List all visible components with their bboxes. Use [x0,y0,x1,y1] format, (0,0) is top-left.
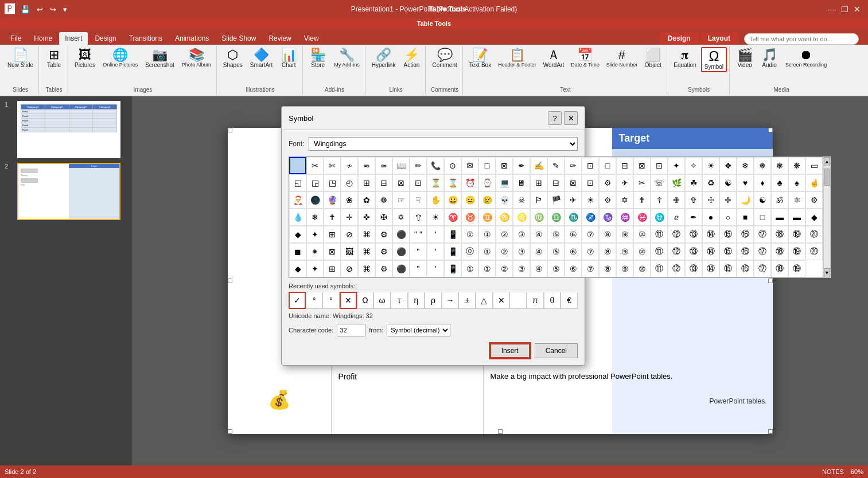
symbol-cell[interactable]: " " [410,226,427,243]
recent-cell-checkmark[interactable]: ✓ [289,292,306,309]
symbol-grid-scrollbar[interactable]: ▲ ▼ [823,156,831,278]
symbol-cell[interactable]: ✦ [306,226,324,243]
symbol-cell[interactable]: ◴ [341,174,358,191]
symbol-cell[interactable]: ✝ [324,209,341,226]
symbol-cell[interactable]: ✜ [358,209,375,226]
recent-cell-omega-up[interactable]: Ω [357,292,374,309]
symbol-cell[interactable]: ⑭ [702,260,719,277]
symbol-cell[interactable]: ℯ [668,209,685,226]
symbol-cell[interactable]: ✒ [685,209,702,226]
symbol-cell[interactable]: ⑱ [771,243,788,260]
symbol-cell[interactable]: ⊠ [496,157,513,174]
symbol-cell[interactable]: ♈ [444,209,461,226]
recent-cell-tau[interactable]: τ [391,292,408,309]
symbol-cell[interactable]: ✞ [685,191,702,209]
symbol-cell[interactable]: ♒ [616,209,633,226]
recent-cell-degree1[interactable]: ° [306,292,323,309]
symbol-cell[interactable]: ■ [737,209,754,226]
symbol-cell[interactable]: ⚫ [392,243,410,260]
symbol-cell[interactable]: ② [496,243,513,260]
symbol-cell[interactable]: ⑥ [565,226,582,243]
cancel-btn[interactable]: Cancel [535,343,578,358]
scroll-thumb[interactable] [824,169,830,186]
symbol-cell[interactable]: ④ [530,260,547,277]
symbol-cell[interactable]: 😢 [478,191,496,209]
symbol-cell[interactable]: ① [461,226,478,243]
symbol-cell[interactable]: 🏳 [530,191,547,209]
symbol-cell[interactable]: ❋ [788,157,805,174]
symbol-cell[interactable]: ☟ [410,191,427,209]
symbol-cell[interactable]: ⑨ [616,260,633,277]
symbol-cell[interactable]: ④ [530,243,547,260]
recent-cell-triangle[interactable]: △ [476,292,493,309]
symbol-cell[interactable]: ❃ [771,157,788,174]
symbol-cell[interactable]: ⑳ [805,243,823,260]
symbol-cell[interactable]: ☀ [427,209,444,226]
char-code-input[interactable] [337,324,365,336]
symbol-cell[interactable]: ✄ [324,157,341,174]
symbol-cell[interactable]: ⑫ [668,226,685,243]
symbol-cell[interactable]: ⑬ [685,260,702,277]
symbol-cell[interactable] [289,157,306,174]
recent-cell-omega-low[interactable]: ω [373,292,391,309]
symbol-cell[interactable]: ⑯ [737,260,754,277]
symbol-cell[interactable]: □ [478,157,496,174]
symbol-cell[interactable]: ③ [513,243,530,260]
symbol-cell[interactable]: ⌘ [358,243,375,260]
symbol-cell[interactable]: 🎅 [289,191,306,209]
symbol-cell[interactable]: ⑦ [582,243,599,260]
symbol-cell[interactable]: ✿ [358,191,375,209]
symbol-cell[interactable]: ◆ [289,260,306,277]
symbol-cell[interactable]: ⑫ [668,260,685,277]
recent-cell-eta[interactable]: η [408,292,425,309]
symbol-cell[interactable]: 📖 [392,157,410,174]
symbol-cell[interactable]: ⊠ [633,157,651,174]
symbol-cell[interactable]: ❄ [737,157,754,174]
symbol-cell[interactable]: ♻ [702,174,719,191]
symbol-cell[interactable]: ✒ [513,157,530,174]
symbol-cell[interactable]: 💧 [289,209,306,226]
symbol-cell[interactable]: ♑ [599,209,616,226]
symbol-cell[interactable]: ① [478,260,496,277]
symbol-cell[interactable]: ⑰ [754,243,771,260]
symbol-cell[interactable]: ◼ [289,243,306,260]
symbol-cell[interactable]: 🔮 [324,191,341,209]
symbol-cell[interactable]: ① [478,226,496,243]
symbol-cell[interactable]: ⑪ [651,243,668,260]
symbol-cell[interactable]: 😀 [444,191,461,209]
symbol-cell[interactable]: ✈ [565,191,582,209]
symbol-cell[interactable]: ① [461,260,478,277]
symbol-cell[interactable]: ❖ [719,157,737,174]
recent-cell-empty[interactable] [509,292,527,309]
symbol-cell[interactable]: □ [754,209,771,226]
symbol-cell[interactable]: ⑦ [582,260,599,277]
symbol-cell[interactable]: ✛ [719,191,737,209]
symbol-cell[interactable]: ⑤ [547,226,565,243]
symbol-cell[interactable]: ⑧ [599,260,616,277]
symbol-cell[interactable]: ⊡ [582,157,599,174]
symbol-cell[interactable]: ⑭ [702,243,719,260]
symbol-cell[interactable]: ♠ [788,174,805,191]
symbol-cell[interactable]: ◳ [324,174,341,191]
symbol-cell[interactable]: ✡ [392,209,410,226]
symbol-cell[interactable]: ⚙ [375,260,392,277]
symbol-cell[interactable]: 💀 [496,191,513,209]
symbol-cell[interactable]: ⊠ [324,243,341,260]
symbol-cell[interactable]: 🕆 [410,209,427,226]
symbol-cell[interactable]: 😐 [461,191,478,209]
symbol-cell[interactable]: ≂ [358,157,375,174]
symbol-cell[interactable]: ♌ [513,209,530,226]
scroll-down-btn[interactable]: ▼ [824,268,830,277]
symbol-cell[interactable]: ⑮ [719,260,737,277]
symbol-cell[interactable]: ③ [513,226,530,243]
symbol-cell[interactable]: ☠ [513,191,530,209]
symbol-cell[interactable]: ⑧ [599,243,616,260]
symbol-cell[interactable]: ◆ [805,209,823,226]
symbol-cell[interactable]: ⑨ [616,243,633,260]
symbol-cell[interactable]: ③ [513,260,530,277]
symbol-cell[interactable]: ④ [530,226,547,243]
symbol-cell[interactable]: ⑱ [771,226,788,243]
symbol-cell[interactable]: " [410,243,427,260]
recent-cell-plusminus[interactable]: ± [458,292,476,309]
symbol-cell[interactable]: ⛎ [651,209,668,226]
